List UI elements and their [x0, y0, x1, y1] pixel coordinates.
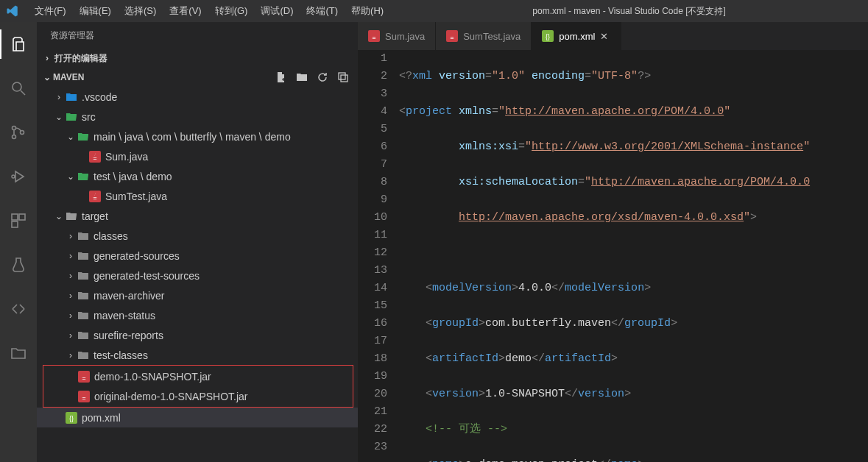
tree-label: original-demo-1.0-SNAPSHOT.jar [94, 391, 248, 402]
tree-label: pom.xml [82, 412, 121, 424]
menu-bar: 文件(F) 编辑(E) 选择(S) 查看(V) 转到(G) 调试(D) 终端(T… [28, 0, 390, 22]
tree-classes-folder[interactable]: › classes [37, 226, 358, 246]
svg-rect-13 [78, 371, 90, 383]
svg-point-4 [21, 131, 24, 135]
activity-folder[interactable] [0, 338, 37, 368]
menu-edit[interactable]: 编辑(E) [73, 0, 118, 22]
tree-pom-file[interactable]: {} pom.xml [37, 408, 358, 427]
tree-label: demo-1.0-SNAPSHOT.jar [94, 371, 211, 383]
tree-src-folder[interactable]: ⌄ src [37, 107, 358, 127]
svg-rect-7 [19, 214, 25, 220]
menu-help[interactable]: 帮助(H) [345, 0, 390, 22]
tree-gensources-folder[interactable]: › generated-sources [37, 246, 358, 266]
code-editor[interactable]: 1234567891011121314151617181920212223 <?… [358, 50, 868, 462]
menu-view[interactable]: 查看(V) [163, 0, 208, 22]
activity-explorer[interactable] [0, 29, 37, 59]
tree-surefire-folder[interactable]: › surefire-reports [37, 325, 358, 345]
tree-gentest-folder[interactable]: › generated-test-sources [37, 266, 358, 285]
chevron-right-icon: › [65, 350, 77, 360]
folder-open-icon [77, 171, 90, 182]
activity-test[interactable] [0, 250, 37, 280]
open-editors-section[interactable]: › 打开的编辑器 [37, 49, 358, 68]
close-tab-icon[interactable]: ✕ [600, 31, 610, 42]
activity-scm[interactable] [0, 118, 37, 147]
tree-label: test \ java \ demo [93, 171, 172, 182]
project-section[interactable]: ⌄ MAVEN [37, 68, 358, 87]
activity-extensions[interactable] [0, 206, 37, 235]
svg-text:{}: {} [546, 33, 550, 40]
chevron-right-icon: › [65, 271, 77, 281]
menu-selection[interactable]: 选择(S) [118, 0, 163, 22]
menu-file[interactable]: 文件(F) [28, 0, 73, 22]
tree-label: maven-status [93, 310, 155, 321]
svg-text:{}: {} [69, 415, 74, 422]
folder-open-icon [77, 132, 90, 142]
folder-icon [65, 92, 78, 102]
editor-area: Sum.java SumTest.java {} pom.xml ✕ 12345… [358, 22, 868, 462]
tree-label: target [82, 210, 108, 222]
code-content[interactable]: <?xml version="1.0" encoding="UTF-8"?> <… [399, 50, 868, 462]
svg-rect-17 [368, 30, 380, 42]
tree-label: classes [93, 230, 128, 242]
tree-main-path[interactable]: ⌄ main \ java \ com \ butterfly \ maven … [37, 127, 358, 146]
collapse-icon[interactable] [337, 71, 349, 83]
tree-archiver-folder[interactable]: › maven-archiver [37, 285, 358, 305]
folder-icon [77, 291, 90, 301]
jar-file-icon [77, 391, 91, 402]
chevron-down-icon: ⌄ [53, 211, 65, 221]
tree-label: SumTest.java [105, 191, 167, 202]
activity-remote[interactable] [0, 294, 37, 324]
refresh-icon[interactable] [317, 71, 328, 83]
tab-label: pom.xml [559, 31, 595, 42]
svg-rect-14 [78, 391, 90, 402]
svg-point-2 [13, 127, 16, 130]
tab-sumtest[interactable]: SumTest.java [436, 22, 532, 50]
chevron-right-icon: › [53, 92, 65, 102]
activity-search[interactable] [0, 74, 37, 103]
chevron-right-icon: › [65, 310, 77, 321]
tree-target-folder[interactable]: ⌄ target [37, 206, 358, 226]
svg-rect-9 [339, 73, 345, 79]
svg-point-3 [13, 135, 16, 139]
chevron-right-icon: › [65, 251, 77, 261]
tree-sum-file[interactable]: Sum.java [37, 146, 358, 166]
chevron-down-icon: ⌄ [41, 72, 53, 82]
tree-label: src [82, 111, 96, 123]
tab-sum[interactable]: Sum.java [358, 22, 436, 50]
folder-icon [77, 330, 90, 341]
menu-go[interactable]: 转到(G) [208, 0, 255, 22]
tree-label: surefire-reports [93, 330, 163, 341]
svg-point-5 [12, 175, 15, 178]
vscode-logo-icon [6, 4, 19, 18]
menu-debug[interactable]: 调试(D) [254, 0, 300, 22]
tab-pom[interactable]: {} pom.xml ✕ [532, 22, 621, 50]
tree-jar2-file[interactable]: original-demo-1.0-SNAPSHOT.jar [43, 386, 353, 406]
java-file-icon [446, 30, 458, 42]
svg-rect-11 [89, 151, 101, 163]
new-file-icon[interactable] [275, 71, 287, 83]
xml-file-icon: {} [65, 412, 78, 424]
tree-vscode-folder[interactable]: › .vscode [37, 87, 358, 107]
svg-rect-18 [446, 30, 458, 42]
jar-file-icon [77, 371, 91, 383]
folder-icon [77, 350, 90, 360]
svg-point-0 [13, 82, 21, 91]
chevron-down-icon: ⌄ [65, 171, 77, 182]
tree-test-path[interactable]: ⌄ test \ java \ demo [37, 166, 358, 186]
tree-jar1-file[interactable]: demo-1.0-SNAPSHOT.jar [43, 366, 353, 386]
tree-label: maven-archiver [93, 290, 164, 302]
file-tree: › .vscode ⌄ src ⌄ main \ java \ com \ bu… [37, 87, 358, 427]
folder-icon [77, 271, 90, 281]
svg-rect-6 [12, 214, 18, 220]
menu-terminal[interactable]: 终端(T) [300, 0, 345, 22]
activity-debug[interactable] [0, 162, 37, 191]
svg-rect-8 [12, 221, 18, 227]
tree-testclasses-folder[interactable]: › test-classes [37, 345, 358, 365]
tree-status-folder[interactable]: › maven-status [37, 305, 358, 325]
folder-icon [77, 251, 90, 261]
new-folder-icon[interactable] [296, 71, 308, 83]
xml-file-icon: {} [542, 30, 554, 42]
project-name: MAVEN [53, 72, 84, 82]
tree-sumtest-file[interactable]: SumTest.java [37, 186, 358, 206]
chevron-right-icon: › [65, 330, 77, 341]
